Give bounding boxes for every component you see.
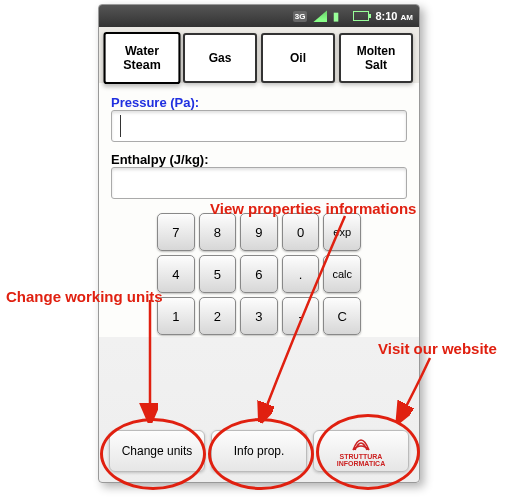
annotation-arrows bbox=[0, 0, 512, 500]
